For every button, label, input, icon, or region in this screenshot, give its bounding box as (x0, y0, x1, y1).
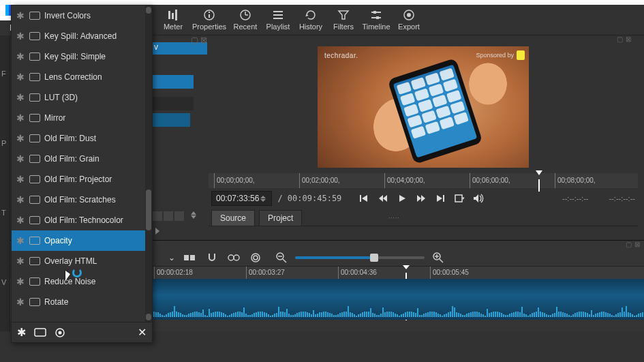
panel-float-icon[interactable]: ▢ (617, 35, 623, 44)
tab-source[interactable]: Source (211, 210, 255, 226)
zoom-slider[interactable] (295, 256, 425, 259)
filter-item[interactable]: ✱Key Spill: Simple (12, 46, 152, 67)
rewind-button[interactable] (377, 192, 389, 205)
timecode-input[interactable]: 00:07:33:56 (211, 191, 272, 206)
filter-item[interactable]: ✱Old Film: Scratches (12, 190, 152, 210)
panel-float-icon[interactable]: ▢ (626, 241, 632, 249)
zoom-in-button[interactable] (431, 251, 445, 265)
stepper-down-icon[interactable] (260, 199, 266, 202)
play-button[interactable] (396, 192, 408, 205)
toolbar-history[interactable]: History (294, 5, 327, 34)
filter-item[interactable]: ✱Old Film: Projector (12, 169, 152, 190)
filter-item[interactable]: ✱Opacity (12, 230, 152, 251)
dock-tab-t[interactable]: T (1, 209, 10, 217)
stepper-up-icon[interactable] (260, 196, 266, 198)
filter-list[interactable]: ✱Invert Colors✱Key Spill: Advanced✱Key S… (12, 5, 152, 322)
panel-close-icon[interactable]: ⊠ (626, 35, 631, 44)
close-icon[interactable]: ✕ (138, 326, 147, 339)
up-arrow-icon[interactable] (191, 211, 196, 215)
filter-item[interactable]: ✱Mirror (12, 108, 152, 128)
filter-item-label: Old Film: Projector (44, 175, 112, 184)
zoom-slider-knob[interactable] (370, 254, 378, 262)
ripple-icon[interactable] (249, 251, 262, 265)
toolbar-recent[interactable]: Recent (229, 5, 262, 34)
filter-item[interactable]: ✱Reduce Noise (12, 271, 152, 292)
favorite-star-icon[interactable]: ✱ (16, 194, 25, 205)
favorite-star-icon[interactable]: ✱ (16, 72, 25, 82)
scrollbar-down-icon[interactable] (146, 314, 151, 320)
panel-close-icon[interactable]: ⊠ (634, 241, 640, 249)
playlist-clip[interactable] (153, 97, 194, 110)
playhead-marker-icon[interactable] (403, 265, 410, 269)
snap-icon[interactable] (205, 251, 219, 265)
favorite-icon[interactable]: ✱ (17, 326, 26, 339)
favorite-star-icon[interactable]: ✱ (16, 297, 25, 307)
filter-item[interactable]: ✱Old Film: Technocolor (12, 210, 152, 230)
filter-item[interactable]: ✱Lens Correction (12, 67, 152, 87)
svg-rect-23 (360, 195, 361, 202)
scrollbar-up-icon[interactable] (146, 7, 151, 14)
dock-tab-p[interactable]: P (1, 139, 10, 147)
svg-point-22 (407, 13, 411, 17)
ruler-tick: 00:00:03:27 (246, 267, 285, 279)
playlist-tool-button[interactable] (153, 211, 162, 221)
chevron-down-icon[interactable]: ⌄ (168, 253, 175, 262)
favorite-star-icon[interactable]: ✱ (16, 174, 25, 185)
video-filter-icon[interactable] (34, 328, 46, 337)
play-arrow-icon[interactable] (155, 228, 159, 235)
dock-tab-f[interactable]: F (1, 70, 10, 78)
skip-start-button[interactable] (358, 192, 370, 205)
filter-item[interactable]: ✱Key Spill: Advanced (12, 26, 152, 46)
filter-item[interactable]: ✱Invert Colors (12, 5, 152, 26)
favorite-star-icon[interactable]: ✱ (16, 235, 25, 246)
timeline-icon (370, 9, 382, 21)
history-icon (305, 9, 317, 21)
favorite-star-icon[interactable]: ✱ (16, 31, 25, 42)
scrub-icon[interactable] (227, 251, 241, 265)
toolbar-filters[interactable]: Filters (327, 5, 360, 34)
drag-handle-icon[interactable]: ····· (388, 213, 399, 222)
toolbar-peak-meter[interactable]: Meter (157, 5, 189, 34)
filter-item[interactable]: ✱Overlay HTML (12, 251, 152, 271)
playhead-marker-icon[interactable] (536, 170, 542, 175)
volume-button[interactable] (472, 192, 485, 205)
filter-item[interactable]: ✱LUT (3D) (12, 87, 152, 108)
zoom-out-button[interactable] (275, 251, 288, 265)
toolbar-properties[interactable]: Properties (189, 5, 229, 34)
svg-marker-16 (339, 11, 348, 19)
scrollbar[interactable] (145, 5, 152, 322)
preview-ruler[interactable]: 00;00;00;00, 00;02;00;00, 00;04;00;00, 0… (209, 173, 638, 188)
video-preview[interactable]: techradar. Sponsored by (318, 46, 529, 168)
filter-item[interactable]: ✱Old Film: Dust (12, 128, 152, 149)
append-icon[interactable] (183, 251, 197, 265)
playlist-clip[interactable] (153, 75, 194, 89)
panel-float-icon[interactable]: ▢ (191, 35, 198, 42)
audio-filter-icon[interactable] (55, 327, 65, 338)
favorite-star-icon[interactable]: ✱ (16, 276, 25, 287)
favorite-star-icon[interactable]: ✱ (16, 92, 25, 103)
zoom-fit-button[interactable]: ▾ (453, 192, 465, 205)
filter-item[interactable]: ✱Old Film: Grain (12, 149, 152, 169)
skip-end-button[interactable] (434, 192, 446, 205)
panel-close-icon[interactable]: ⊠ (200, 35, 207, 42)
playlist-clip[interactable] (153, 113, 190, 127)
toolbar-playlist[interactable]: Playlist (262, 5, 294, 34)
fast-forward-button[interactable] (415, 192, 427, 205)
down-arrow-icon[interactable] (191, 215, 196, 219)
favorite-star-icon[interactable]: ✱ (16, 112, 25, 123)
favorite-star-icon[interactable]: ✱ (16, 256, 25, 267)
playlist-tool-button[interactable] (164, 211, 173, 221)
favorite-star-icon[interactable]: ✱ (16, 215, 25, 226)
playlist-tool-button[interactable] (174, 211, 184, 221)
playlist-selected-clip[interactable]: v (153, 42, 207, 55)
tab-project[interactable]: Project (259, 210, 302, 226)
filter-item[interactable]: ✱Rotate (12, 292, 152, 312)
dock-tab-v[interactable]: V (1, 278, 10, 286)
favorite-star-icon[interactable]: ✱ (16, 153, 25, 164)
favorite-star-icon[interactable]: ✱ (16, 133, 25, 144)
favorite-star-icon[interactable]: ✱ (16, 10, 25, 21)
toolbar-export[interactable]: Export (393, 5, 425, 34)
scrollbar-thumb[interactable] (146, 190, 151, 230)
toolbar-timeline[interactable]: Timeline (360, 5, 393, 34)
favorite-star-icon[interactable]: ✱ (16, 51, 25, 62)
